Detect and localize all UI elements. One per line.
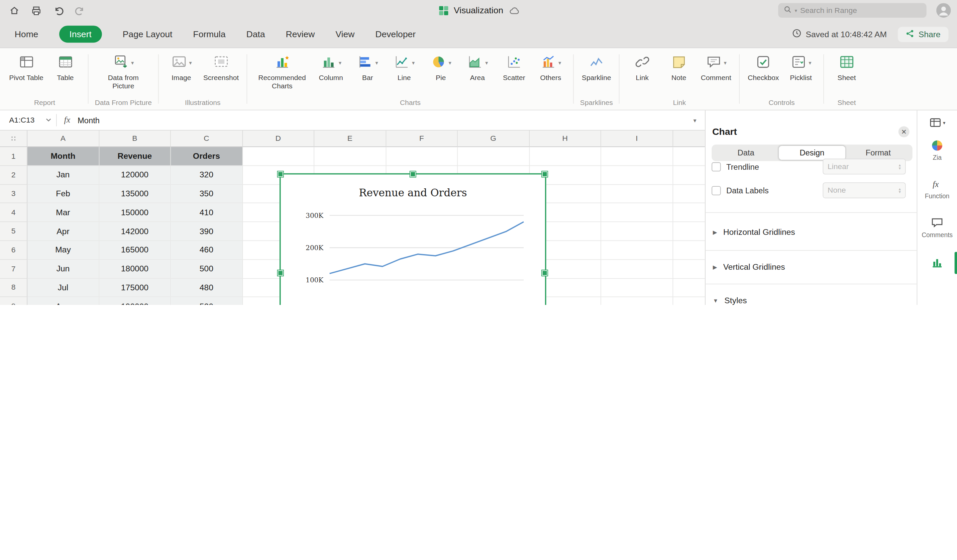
row-header-1[interactable]: 1 [0, 147, 28, 166]
cell-a8[interactable]: Jul [28, 279, 99, 298]
strip-item-comments[interactable]: Comments [918, 216, 957, 238]
ribbon-item-note[interactable]: Note [661, 51, 697, 84]
ribbon-item-checkbox[interactable]: Checkbox [745, 51, 782, 84]
cell-b8[interactable]: 175000 [99, 279, 171, 298]
column-header-f[interactable]: F [386, 131, 458, 147]
cell-c8[interactable]: 480 [171, 279, 243, 298]
column-header-g[interactable]: G [458, 131, 530, 147]
cell-c9[interactable]: 520 [171, 297, 243, 305]
cell-a2[interactable]: Jan [28, 166, 99, 185]
ribbon-item-column[interactable]: ▾Column [313, 51, 349, 84]
panel-tab-format[interactable]: Format [845, 146, 911, 160]
cell-a1[interactable]: Month [28, 147, 99, 166]
cell-i2[interactable] [601, 166, 673, 185]
column-header-d[interactable]: D [243, 131, 314, 147]
cell-i8[interactable] [601, 279, 673, 298]
search-scope-chevron-icon[interactable]: ▾ [794, 8, 797, 13]
cell-g1[interactable] [458, 147, 530, 166]
row-header-8[interactable]: 8 [0, 279, 28, 298]
home-icon[interactable] [9, 5, 20, 16]
menu-tab-insert[interactable]: Insert [59, 25, 102, 43]
ribbon-item-bar[interactable]: ▾Bar [350, 51, 385, 84]
chart-resize-handle-w[interactable] [278, 270, 283, 276]
cell-i3[interactable] [601, 185, 673, 203]
section-vertical-gridlines[interactable]: ▶ Vertical Gridlines [713, 262, 785, 272]
name-box[interactable]: A1:C13 [0, 116, 56, 125]
menu-tab-review[interactable]: Review [286, 29, 315, 39]
cell-b6[interactable]: 165000 [99, 241, 171, 260]
share-button[interactable]: Share [898, 27, 949, 42]
chart-resize-handle-ne[interactable] [542, 171, 548, 177]
cell-a5[interactable]: Apr [28, 222, 99, 241]
row-header-4[interactable]: 4 [0, 203, 28, 222]
cell-b7[interactable]: 180000 [99, 260, 171, 279]
ribbon-item-sparkline[interactable]: Sparkline [579, 51, 614, 84]
row-header-9[interactable]: 9 [0, 297, 28, 305]
cell-i4[interactable] [601, 203, 673, 222]
ribbon-item-picklist[interactable]: ▾Picklist [783, 51, 819, 84]
cell-i5[interactable] [601, 222, 673, 241]
formula-bar-expand-icon[interactable]: ▾ [693, 117, 696, 123]
cell-b4[interactable]: 150000 [99, 203, 171, 222]
menu-tab-view[interactable]: View [336, 29, 355, 39]
chevron-down-icon[interactable] [46, 118, 52, 122]
cell-b1[interactable]: Revenue [99, 147, 171, 166]
row-header-7[interactable]: 7 [0, 260, 28, 279]
cell-c2[interactable]: 320 [171, 166, 243, 185]
trendline-checkbox[interactable] [712, 162, 721, 171]
menu-tab-developer[interactable]: Developer [375, 29, 415, 39]
cell-i7[interactable] [601, 260, 673, 279]
cell-a9[interactable]: Aug [28, 297, 99, 305]
column-header-e[interactable]: E [314, 131, 386, 147]
cell-i1[interactable] [601, 147, 673, 166]
cell-c5[interactable]: 390 [171, 222, 243, 241]
print-icon[interactable] [30, 5, 41, 16]
cell-a7[interactable]: Jun [28, 260, 99, 279]
cell-c7[interactable]: 500 [171, 260, 243, 279]
cell-a6[interactable]: May [28, 241, 99, 260]
panel-tab-design[interactable]: Design [779, 146, 845, 160]
column-header-h[interactable]: H [529, 131, 601, 147]
section-horizontal-gridlines[interactable]: ▶ Horizontal Gridlines [713, 227, 795, 237]
section-styles[interactable]: ▼ Styles [713, 296, 747, 305]
row-header-2[interactable]: 2 [0, 166, 28, 185]
chart-resize-handle-e[interactable] [542, 270, 548, 276]
search-box[interactable]: ▾ [778, 3, 927, 17]
cell-i9[interactable] [601, 297, 673, 305]
chart-resize-handle-n[interactable] [410, 171, 415, 177]
redo-icon[interactable] [74, 5, 85, 16]
panel-tab-data[interactable]: Data [713, 146, 779, 160]
ribbon-item-pivot-table[interactable]: Pivot Table [6, 51, 46, 84]
ribbon-item-line[interactable]: ▾Line [387, 51, 422, 84]
document-title[interactable]: Visualization [453, 6, 503, 15]
cell-c6[interactable]: 460 [171, 241, 243, 260]
menu-tab-page-layout[interactable]: Page Layout [123, 29, 172, 39]
menu-tab-formula[interactable]: Formula [193, 29, 226, 39]
menu-tab-home[interactable]: Home [14, 29, 38, 39]
row-header-6[interactable]: 6 [0, 241, 28, 260]
ribbon-item-link[interactable]: Link [624, 51, 660, 84]
cell-a4[interactable]: Mar [28, 203, 99, 222]
ribbon-item-table[interactable]: Table [47, 51, 83, 84]
row-header-3[interactable]: 3 [0, 185, 28, 203]
cell-f1[interactable] [386, 147, 458, 166]
cell-i6[interactable] [601, 241, 673, 260]
ribbon-item-recommended-charts[interactable]: Recommended Charts [252, 51, 312, 92]
menu-tab-data[interactable]: Data [246, 29, 265, 39]
close-icon[interactable]: ✕ [899, 126, 910, 137]
cell-h1[interactable] [529, 147, 601, 166]
cell-a3[interactable]: Feb [28, 185, 99, 203]
row-header-5[interactable]: 5 [0, 222, 28, 241]
avatar[interactable] [936, 3, 951, 17]
strip-item-chart-panel-icon[interactable] [918, 256, 957, 269]
ribbon-item-pie[interactable]: ▾Pie [423, 51, 459, 84]
select-all-corner[interactable] [0, 131, 28, 147]
column-header-a[interactable]: A [28, 131, 99, 147]
ribbon-item-others[interactable]: ▾Others [533, 51, 569, 84]
strip-item-sheet-settings-icon[interactable]: ▾ [918, 117, 957, 129]
search-input[interactable] [800, 6, 921, 14]
fx-icon[interactable]: fx [64, 115, 71, 125]
formula-input[interactable]: Month [77, 115, 99, 125]
ribbon-item-area[interactable]: ▾Area [460, 51, 495, 84]
cell-b2[interactable]: 120000 [99, 166, 171, 185]
